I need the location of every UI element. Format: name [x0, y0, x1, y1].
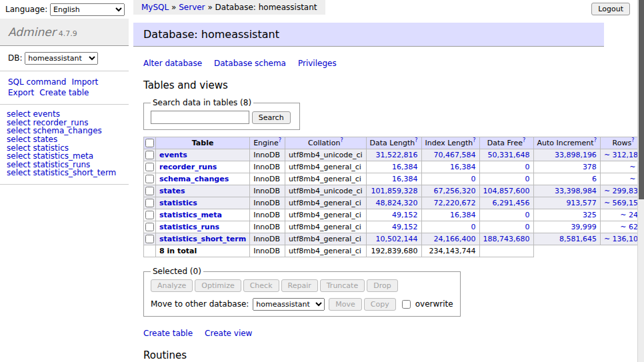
index-length-link[interactable]: 16,384 [450, 211, 476, 219]
table-name-link[interactable]: statistics [159, 199, 197, 207]
data-free-link[interactable]: 0 [525, 211, 530, 219]
overwrite-checkbox[interactable] [402, 300, 411, 309]
index-length-link[interactable]: 72,220,672 [434, 199, 476, 207]
data-free-link[interactable]: 104,857,600 [483, 187, 530, 195]
column-help-link[interactable]: ? [279, 137, 281, 143]
column-help-link[interactable]: ? [523, 137, 525, 143]
collation-cell: utf8mb4_unicode_ci [285, 185, 366, 197]
sidebar-action-link[interactable]: Import [71, 77, 98, 87]
table-name-link[interactable]: statistics_runs [159, 223, 219, 231]
auto-increment-link[interactable]: 913,577 [566, 199, 597, 207]
column-help-link[interactable]: ? [340, 137, 343, 143]
table-name-link[interactable]: schema_changes [159, 175, 229, 183]
auto-increment-link[interactable]: 33,398,984 [555, 187, 597, 195]
table-name-link[interactable]: recorder_runs [159, 163, 217, 171]
move-button[interactable]: Move [329, 298, 362, 311]
column-help: ? [473, 137, 475, 143]
index-length-link[interactable]: 0 [471, 223, 476, 231]
bulk-action-button[interactable]: Optimize [195, 279, 241, 292]
data-length-cell: 16,384 [366, 173, 421, 185]
index-length-link[interactable]: 70,467,584 [434, 151, 476, 159]
breadcrumb-link-mysql[interactable]: MySQL [141, 3, 169, 12]
column-help-link[interactable]: ? [594, 137, 597, 143]
row-checkbox[interactable] [145, 175, 154, 183]
db-select[interactable]: homeassistant [25, 52, 98, 65]
row-checkbox[interactable] [145, 223, 154, 231]
data-length-link[interactable]: 16,384 [392, 163, 418, 171]
data-length-link[interactable]: 49,152 [392, 211, 418, 219]
column-help-link[interactable]: ? [631, 137, 634, 143]
data-free-link[interactable]: 188,743,680 [483, 235, 530, 243]
auto-increment-link[interactable]: 33,898,196 [555, 151, 597, 159]
create-link[interactable]: Create table [143, 329, 193, 338]
table-name-link[interactable]: states [159, 187, 185, 195]
data-length-link[interactable]: 49,152 [392, 223, 418, 231]
search-button[interactable]: Search [252, 111, 291, 124]
index-length-link[interactable]: 24,166,400 [434, 235, 476, 243]
data-length-cell: 49,152 [366, 221, 421, 233]
db-action-link[interactable]: Database schema [214, 59, 286, 68]
row-checkbox[interactable] [145, 199, 154, 207]
row-checkbox[interactable] [145, 163, 154, 171]
data-length-link[interactable]: 48,824,320 [376, 199, 418, 207]
sidebar-action-link[interactable]: Create table [39, 88, 89, 97]
table-name-link[interactable]: statistics_short_term [159, 235, 246, 243]
total-label: 8 in total [156, 245, 250, 257]
auto-increment-link[interactable]: 8,581,645 [559, 235, 597, 243]
data-free-link[interactable]: 0 [525, 163, 530, 171]
engine-cell: InnoDB [250, 209, 285, 221]
db-action-link[interactable]: Alter database [143, 59, 202, 68]
column-header: Engine? [250, 137, 285, 149]
data-free-link[interactable]: 0 [525, 223, 530, 231]
auto-increment-link[interactable]: 6 [592, 175, 597, 183]
data-length-link[interactable]: 31,522,816 [376, 151, 418, 159]
data-free-link[interactable]: 0 [525, 175, 530, 183]
create-link[interactable]: Create view [205, 329, 252, 338]
row-checkbox[interactable] [145, 151, 154, 159]
table-row: statistics_meta InnoDB utf8mb4_general_c… [144, 209, 644, 221]
bulk-action-button[interactable]: Drop [367, 279, 397, 292]
search-input[interactable] [151, 111, 249, 124]
bulk-action-button[interactable]: Check [243, 279, 279, 292]
table-name-link[interactable]: statistics_meta [159, 211, 222, 219]
auto-increment-link[interactable]: 378 [583, 163, 597, 171]
data-free-link[interactable]: 50,331,648 [488, 151, 530, 159]
language-select[interactable]: English [50, 3, 125, 16]
data-length-link[interactable]: 101,859,328 [371, 187, 418, 195]
scrollbar-track[interactable] [637, 0, 644, 362]
index-length-link[interactable]: 16,384 [450, 163, 476, 171]
table-row: schema_changes InnoDB utf8mb4_general_ci… [144, 173, 644, 185]
scrollbar-thumb[interactable] [639, 0, 644, 199]
data-length-link[interactable]: 10,502,144 [376, 235, 418, 243]
auto-increment-link[interactable]: 39,999 [571, 223, 597, 231]
breadcrumb-link-server[interactable]: Server [179, 3, 205, 12]
check-all-checkbox[interactable] [145, 139, 154, 147]
data-length-link[interactable]: 16,384 [392, 175, 418, 183]
data-free-link[interactable]: 6,291,456 [493, 199, 530, 207]
sidebar-select-link[interactable]: select [7, 168, 31, 177]
table-name-cell: statistics_meta [156, 209, 250, 221]
page-title: Database: homeassistant [133, 23, 604, 47]
bulk-action-button[interactable]: Analyze [151, 279, 193, 292]
move-db-select[interactable]: homeassistant [253, 298, 325, 311]
index-length-link[interactable]: 67,256,320 [434, 187, 476, 195]
row-checkbox[interactable] [145, 211, 154, 219]
move-row: Move to other database:homeassistantMove… [151, 298, 453, 311]
column-help-link[interactable]: ? [415, 137, 417, 143]
db-action-link[interactable]: Privileges [298, 59, 337, 68]
column-help-link[interactable]: ? [473, 137, 475, 143]
copy-button[interactable]: Copy [364, 298, 396, 311]
logout-button[interactable]: Logout [591, 3, 630, 15]
row-select-cell [144, 161, 156, 173]
index-length-link[interactable]: 0 [471, 175, 476, 183]
table-name-link[interactable]: events [159, 151, 187, 159]
sidebar-action-link[interactable]: SQL command [8, 77, 66, 87]
bulk-action-button[interactable]: Repair [281, 279, 318, 292]
bulk-action-button[interactable]: Truncate [320, 279, 365, 292]
row-checkbox[interactable] [145, 187, 154, 195]
auto-increment-link[interactable]: 325 [583, 211, 597, 219]
sidebar-action-link[interactable]: Export [8, 88, 34, 97]
row-checkbox[interactable] [145, 235, 154, 243]
sidebar-table-link[interactable]: statistics_short_term [33, 168, 116, 177]
table-name-cell: statistics [156, 197, 250, 209]
